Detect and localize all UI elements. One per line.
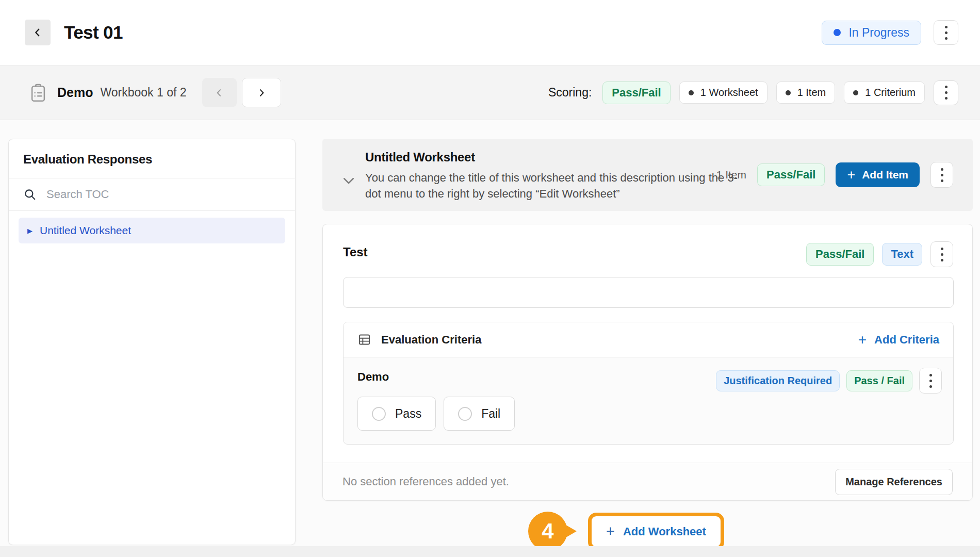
toolbar-right: Scoring: Pass/Fail 1 Worksheet 1 Item 1 … [548, 80, 958, 105]
worksheet-description: You can change the title of this workshe… [365, 170, 745, 202]
chevron-left-icon [214, 88, 224, 98]
worksheet-count-badge: 1 Worksheet [679, 81, 767, 104]
toolbar-menu-button[interactable] [934, 80, 958, 105]
kebab-icon [941, 168, 943, 182]
toc-search-row [9, 178, 295, 211]
sidebar-title: Evaluation Responses [9, 139, 295, 178]
item-badges: Pass/Fail Text [806, 241, 953, 267]
dot-icon [853, 90, 858, 95]
scoring-value-badge: Pass/Fail [602, 81, 670, 104]
kebab-icon [945, 86, 948, 100]
plus-icon: + [858, 332, 867, 348]
search-icon [23, 188, 37, 201]
workbook-name: Demo [57, 85, 93, 100]
page-title: Test 01 [64, 22, 123, 43]
status-dot-icon [834, 29, 841, 36]
chevron-down-icon [341, 173, 356, 188]
item-count-label: 1 Item [797, 87, 826, 99]
evaluation-responses-panel: Evaluation Responses ▶ Untitled Workshee… [8, 139, 296, 545]
header-right: In Progress [822, 20, 958, 45]
annotation-balloon-4: 4 [528, 512, 567, 551]
toc-item-untitled-worksheet[interactable]: ▶ Untitled Worksheet [19, 218, 285, 243]
add-item-label: Add Item [862, 169, 908, 181]
header-menu-button[interactable] [934, 20, 958, 45]
kebab-icon [941, 248, 943, 261]
worksheet-count-label: 1 Worksheet [700, 87, 758, 99]
status-badge[interactable]: In Progress [822, 21, 921, 45]
next-workbook-button[interactable] [242, 78, 281, 107]
option-fail[interactable]: Fail [444, 397, 515, 431]
add-worksheet-label: Add Worksheet [623, 525, 706, 538]
collapse-worksheet-button[interactable] [341, 173, 356, 188]
table-icon [357, 333, 371, 347]
annotation-highlight-ring: + Add Worksheet [588, 513, 724, 550]
criteria-header: Evaluation Criteria + Add Criteria [344, 322, 953, 357]
criterion-options: Pass Fail [357, 397, 939, 431]
item-count-badge: 1 Item [776, 81, 836, 104]
plus-icon: + [847, 170, 855, 180]
worksheet-item-count: 1 Item [716, 169, 746, 181]
previous-workbook-button[interactable] [202, 78, 237, 107]
dot-icon [689, 90, 694, 95]
plus-icon: + [606, 523, 615, 540]
option-pass[interactable]: Pass [357, 397, 436, 431]
criterion-menu-button[interactable] [919, 368, 942, 394]
app-root: Test 01 In Progress Demo Workbook 1 of 2 [0, 0, 980, 557]
annotation-number: 4 [542, 519, 553, 544]
radio-icon [372, 407, 386, 421]
option-pass-label: Pass [395, 407, 421, 421]
bottom-band [0, 546, 980, 557]
add-criteria-label: Add Criteria [874, 333, 939, 347]
item-card: Test Pass/Fail Text Evaluation Criteria … [322, 224, 973, 501]
references-empty-text: No section references added yet. [342, 475, 509, 488]
add-criteria-button[interactable]: + Add Criteria [858, 332, 939, 348]
evaluation-criteria-card: Evaluation Criteria + Add Criteria Demo … [343, 322, 954, 445]
worksheet-scoring-badge: Pass/Fail [757, 163, 825, 186]
criterion-scoring-badge: Pass / Fail [846, 370, 912, 391]
toc-item-label: Untitled Worksheet [40, 224, 131, 237]
references-footer: No section references added yet. Manage … [323, 463, 972, 500]
worksheet-title: Untitled Worksheet [365, 150, 475, 165]
caret-right-icon: ▶ [27, 227, 32, 234]
option-fail-label: Fail [481, 407, 500, 421]
toc-search-input[interactable] [46, 188, 281, 201]
worksheet-header: Untitled Worksheet You can change the ti… [322, 139, 973, 211]
add-worksheet-button[interactable]: + Add Worksheet [594, 518, 718, 545]
criteria-row: Demo Justification Required Pass / Fail … [344, 357, 953, 444]
item-menu-button[interactable] [930, 241, 953, 267]
justification-required-badge: Justification Required [716, 370, 840, 391]
clipboard-icon [28, 83, 48, 103]
worksheet-header-actions: 1 Item Pass/Fail + Add Item [716, 162, 953, 188]
add-item-button[interactable]: + Add Item [836, 162, 920, 187]
item-type-badge: Text [882, 243, 922, 266]
chevron-right-icon [256, 88, 267, 98]
top-header: Test 01 In Progress [0, 0, 980, 65]
kebab-icon [929, 374, 932, 388]
criteria-section-title: Evaluation Criteria [381, 333, 481, 347]
criterium-count-badge: 1 Criterium [844, 81, 925, 104]
radio-icon [458, 407, 472, 421]
chevron-left-icon [32, 27, 43, 38]
criterion-badges: Justification Required Pass / Fail [716, 368, 942, 394]
item-response-input[interactable] [343, 277, 954, 308]
status-label: In Progress [848, 26, 909, 40]
criterium-count-label: 1 Criterium [865, 87, 916, 99]
back-button[interactable] [25, 20, 51, 45]
kebab-icon [945, 26, 948, 40]
scoring-label: Scoring: [548, 86, 592, 100]
workbook-pagination-label: Workbook 1 of 2 [100, 86, 186, 100]
workbook-toolbar: Demo Workbook 1 of 2 Scoring: Pass/Fail … [0, 65, 980, 120]
manage-references-button[interactable]: Manage References [835, 469, 953, 495]
item-title: Test [343, 245, 368, 259]
item-scoring-badge: Pass/Fail [806, 243, 874, 266]
worksheet-menu-button[interactable] [930, 162, 953, 188]
dot-icon [786, 90, 791, 95]
